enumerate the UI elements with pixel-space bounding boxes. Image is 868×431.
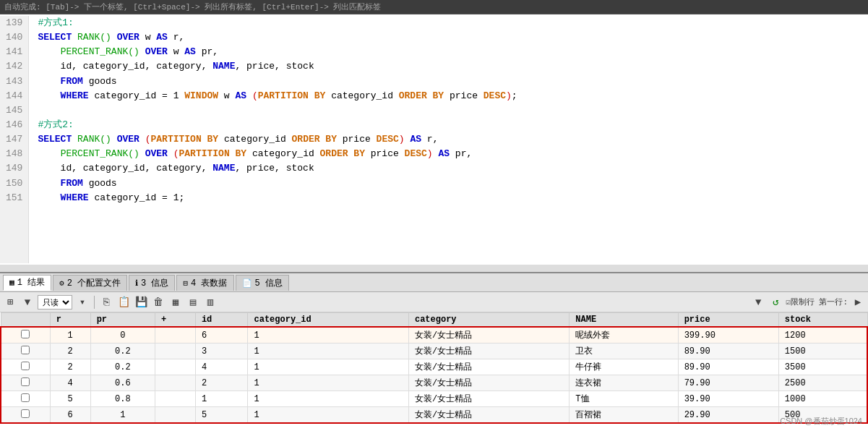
table-cell: 4 [195,359,248,375]
table-cell: 6 [195,327,248,343]
table-row[interactable]: 6151女装/女士精品百褶裙29.90500 [1,407,867,424]
table-row[interactable]: 1061女装/女士精品呢绒外套399.901200 [1,327,867,343]
separator [94,296,95,309]
table-cell [1,359,50,375]
table-cell [1,391,50,407]
code-line: WHERE category_id = 1; [38,191,859,205]
table-cell: 呢绒外套 [570,327,678,343]
col2-icon[interactable]: ▥ [203,295,218,310]
table-cell: 女装/女士精品 [408,343,569,359]
column-header-[interactable] [1,313,50,328]
row-checkbox[interactable] [21,377,30,386]
table-cell: 2 [50,359,90,375]
column-header-category_id[interactable]: category_id [248,313,408,328]
toolbar-right: ▼ ↺ ☑限制行 第一行: ▶ [751,295,865,310]
results-table: rpr+idcategory_idcategoryNAMEpricestock1… [0,312,868,424]
table-row[interactable]: 50.811女装/女士精品T恤39.901000 [1,391,867,407]
horizontal-scrollbar[interactable] [0,265,868,272]
tab-info[interactable]: ℹ3 信息 [129,275,175,291]
table-cell: 5 [195,407,248,424]
code-line: SELECT RANK() OVER w AS r, [38,30,859,45]
table-cell [155,359,195,375]
dropdown-arrow[interactable]: ▾ [75,295,90,310]
table-row[interactable]: 20.241女装/女士精品牛仔裤89.903500 [1,359,867,375]
table-cell [155,343,195,359]
code-line: FROM goods [38,74,859,89]
code-editor: 139140141142143144145146147148149150151 … [0,14,868,272]
code-line: #方式2: [38,118,859,132]
row-checkbox[interactable] [21,330,30,338]
column-header-category[interactable]: category [408,313,569,328]
table-container[interactable]: rpr+idcategory_idcategoryNAMEpricestock1… [0,312,868,431]
table-cell: 79.90 [678,375,778,391]
copy-icon[interactable]: ⎘ [99,295,113,310]
table-cell: 5 [50,391,90,407]
row-checkbox[interactable] [21,362,30,370]
table-cell: 399.90 [678,327,778,343]
column-header-stock[interactable]: stock [778,313,867,328]
code-line [38,103,859,118]
table-cell: 2 [50,343,90,359]
table-row[interactable]: 20.231女装/女士精品卫衣89.901500 [1,343,867,359]
column-header-r[interactable]: r [50,313,90,328]
table-cell: 1 [248,407,408,424]
mode-select[interactable]: 只读 [38,295,72,310]
table-cell: 39.90 [678,391,778,407]
table-cell: 0.8 [90,391,155,407]
tab-tabledata[interactable]: ⊟4 表数据 [176,275,233,291]
code-line: id, category_id, category, NAME, price, … [38,59,859,74]
column-header-+[interactable]: + [155,313,195,328]
delete-icon[interactable]: 🗑 [151,295,166,310]
column-header-pr[interactable]: pr [90,313,155,328]
code-lines[interactable]: #方式1:SELECT RANK() OVER w AS r, PERCENT_… [29,16,868,263]
table-cell: 4 [50,375,90,391]
code-line: PERCENT_RANK() OVER (PARTITION BY catego… [38,147,859,161]
tab-info2[interactable]: 📄5 信息 [236,275,289,291]
table-cell [1,327,50,343]
table-cell: 卫衣 [570,343,678,359]
row-checkbox[interactable] [21,409,30,418]
table-cell [155,391,195,407]
filter-icon[interactable]: ▼ [20,295,35,310]
table-cell: 百褶裙 [570,407,678,424]
table-cell: 1 [195,391,248,407]
table-cell: 女装/女士精品 [408,375,569,391]
table-cell: 3 [195,343,248,359]
table-cell: 89.90 [678,343,778,359]
more-icon[interactable]: ▶ [851,295,865,310]
filter2-icon[interactable]: ▼ [751,295,765,310]
save-icon[interactable]: 💾 [134,295,148,310]
table-cell: 女装/女士精品 [408,407,569,424]
watermark: CSDN @番茄炒蛋1024 [780,416,862,427]
table-cell [155,327,195,343]
table-cell: 0 [90,327,155,343]
table-cell: 0.2 [90,343,155,359]
refresh-icon[interactable]: ↺ [768,295,783,310]
tab-config[interactable]: ⚙2 个配置文件 [53,275,127,291]
code-line: PERCENT_RANK() OVER w AS pr, [38,45,859,59]
table-cell: 1 [90,407,155,424]
code-line: id, category_id, category, NAME, price, … [38,161,859,176]
table-cell: 1 [248,359,408,375]
column-header-price[interactable]: price [678,313,778,328]
limit-label: ☑限制行 第一行: [786,296,848,307]
table-cell: T恤 [570,391,678,407]
table-row[interactable]: 40.621女装/女士精品连衣裙79.902500 [1,375,867,391]
column-header-id[interactable]: id [195,313,248,328]
column-header-name[interactable]: NAME [570,313,678,328]
row-checkbox[interactable] [21,393,30,402]
autocomplete-hint: 自动完成: [Tab]-> 下一个标签, [Ctrl+Space]-> 列出所有… [4,3,381,12]
table-cell [1,343,50,359]
grid-icon[interactable]: ⊞ [3,295,17,310]
table-cell: 牛仔裤 [570,359,678,375]
grid2-icon[interactable]: ▦ [168,295,183,310]
col-icon[interactable]: ▤ [186,295,200,310]
table-cell [155,375,195,391]
paste-icon[interactable]: 📋 [116,295,131,310]
tab-bar: ▦1 结果⚙2 个配置文件ℹ3 信息⊟4 表数据📄5 信息 [0,273,868,292]
table-cell [1,407,50,424]
row-checkbox[interactable] [21,346,30,354]
code-line: #方式1: [38,16,859,30]
table-cell: 2 [195,375,248,391]
tab-results[interactable]: ▦1 结果 [3,275,51,291]
